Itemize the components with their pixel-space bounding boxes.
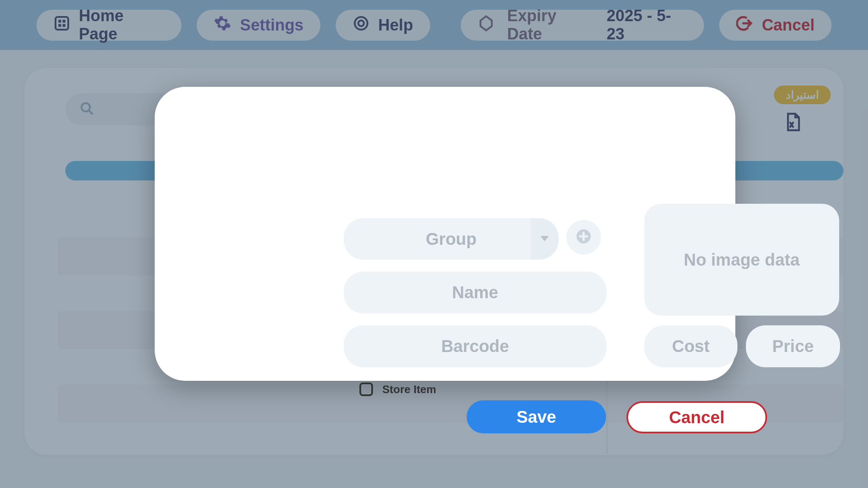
price-field[interactable]: Price bbox=[746, 325, 840, 367]
save-button[interactable]: Save bbox=[467, 400, 606, 433]
name-placeholder: Name bbox=[452, 283, 498, 302]
cost-field[interactable]: Cost bbox=[644, 325, 737, 367]
store-item-checkbox[interactable]: Store Item bbox=[359, 383, 436, 396]
image-placeholder: No image data bbox=[684, 250, 799, 269]
cancel-button[interactable]: Cancel bbox=[626, 401, 767, 433]
plus-icon bbox=[575, 228, 592, 247]
item-modal: Group Name Barcode No image data Cost Pr… bbox=[155, 87, 735, 381]
chevron-down-icon bbox=[538, 232, 551, 246]
name-field[interactable]: Name bbox=[344, 272, 606, 313]
barcode-field[interactable]: Barcode bbox=[344, 325, 606, 367]
add-group-button[interactable] bbox=[566, 220, 601, 255]
save-label: Save bbox=[517, 408, 556, 427]
store-item-label: Store Item bbox=[382, 383, 436, 396]
image-dropzone[interactable]: No image data bbox=[644, 204, 839, 316]
group-select[interactable]: Group bbox=[344, 218, 559, 260]
group-placeholder: Group bbox=[426, 230, 477, 249]
group-select-wrap: Group bbox=[344, 218, 559, 260]
cost-placeholder: Cost bbox=[672, 337, 710, 356]
cancel-label: Cancel bbox=[669, 408, 724, 427]
group-chevron[interactable] bbox=[531, 218, 559, 260]
barcode-placeholder: Barcode bbox=[441, 337, 509, 356]
checkbox-icon bbox=[359, 383, 373, 396]
price-placeholder: Price bbox=[772, 337, 814, 356]
